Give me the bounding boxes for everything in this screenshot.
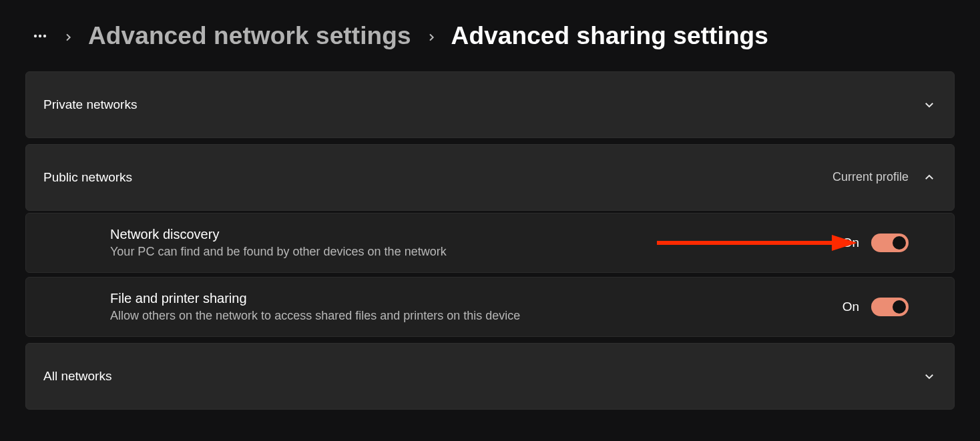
setting-network-discovery: Network discovery Your PC can find and b…: [25, 213, 955, 273]
section-public-networks[interactable]: Public networks Current profile: [25, 144, 955, 211]
breadcrumb-parent[interactable]: Advanced network settings: [88, 23, 411, 50]
setting-file-printer-sharing: File and printer sharing Allow others on…: [25, 277, 955, 337]
file-printer-sharing-toggle[interactable]: [871, 298, 909, 316]
setting-title: Network discovery: [110, 227, 447, 242]
chevron-down-icon: [923, 99, 935, 111]
chevron-down-icon: [923, 370, 935, 382]
section-private-networks[interactable]: Private networks: [25, 71, 955, 138]
toggle-state-label: On: [842, 236, 859, 250]
chevron-up-icon: [923, 171, 935, 183]
svg-point-1: [39, 35, 41, 37]
annotation-arrow-icon: [657, 234, 857, 252]
section-all-networks[interactable]: All networks: [25, 343, 955, 410]
setting-description: Allow others on the network to access sh…: [110, 309, 520, 323]
chevron-right-icon: [426, 32, 437, 43]
svg-point-2: [43, 35, 46, 37]
network-discovery-toggle[interactable]: [871, 234, 909, 252]
setting-title: File and printer sharing: [110, 291, 520, 306]
setting-description: Your PC can find and be found by other d…: [110, 245, 447, 259]
settings-panels: Private networks Public networks Current…: [0, 70, 980, 410]
breadcrumb: Advanced network settings Advanced shari…: [0, 0, 980, 70]
breadcrumb-more-icon[interactable]: [32, 28, 48, 44]
toggle-state-label: On: [842, 300, 859, 314]
section-title: All networks: [43, 369, 111, 384]
page-title: Advanced sharing settings: [451, 23, 768, 50]
section-public-networks-group: Public networks Current profile Network …: [25, 144, 955, 337]
svg-point-0: [34, 35, 37, 37]
chevron-right-icon: [63, 32, 73, 43]
current-profile-badge: Current profile: [832, 170, 909, 184]
section-title: Private networks: [43, 97, 137, 112]
section-title: Public networks: [43, 170, 132, 185]
